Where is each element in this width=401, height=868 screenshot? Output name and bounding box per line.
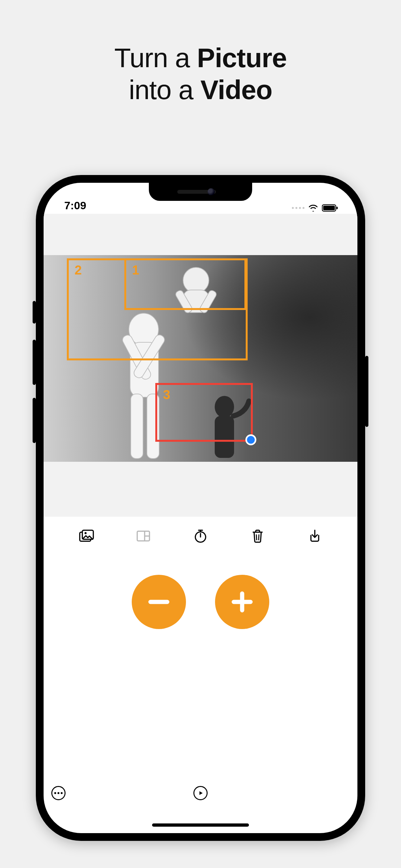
- side-button: [33, 398, 36, 443]
- headline-l1a: Turn a: [114, 42, 197, 73]
- side-button: [33, 340, 36, 385]
- timer-button[interactable]: [191, 526, 210, 546]
- phone-screen: 7:09: [43, 183, 358, 833]
- image-canvas[interactable]: 2 1 3: [43, 255, 358, 462]
- side-button: [365, 356, 368, 427]
- headline-l1b: Picture: [197, 42, 287, 73]
- status-right: [292, 204, 338, 212]
- home-indicator: [152, 824, 249, 827]
- svg-line-27: [256, 534, 257, 540]
- play-button[interactable]: [193, 786, 208, 800]
- export-icon: [307, 528, 322, 544]
- trash-icon: [250, 528, 266, 544]
- phone-frame: 7:09: [36, 175, 365, 841]
- export-button[interactable]: [305, 526, 325, 546]
- headline-l2a: into a: [129, 74, 201, 105]
- svg-line-28: [258, 534, 259, 540]
- canvas-footer-spacer: [43, 462, 358, 517]
- phone-notch: [149, 183, 252, 201]
- layout-icon: [135, 528, 151, 544]
- header-spacer: [43, 214, 358, 255]
- battery-icon: [322, 204, 338, 212]
- keyframe-label: 3: [163, 388, 170, 402]
- cell-signal-icon: [292, 207, 305, 209]
- svg-point-19: [85, 532, 87, 534]
- marketing-headline: Turn a Picture into a Video: [114, 42, 287, 106]
- plus-icon: [229, 589, 255, 615]
- svg-rect-7: [131, 394, 143, 459]
- keyframe-label: 1: [132, 263, 139, 277]
- layout-button[interactable]: [134, 526, 153, 546]
- toolbar: [43, 517, 358, 555]
- headline-l2b: Video: [201, 74, 272, 105]
- timer-icon: [193, 528, 208, 544]
- add-frame-button[interactable]: [215, 575, 269, 629]
- status-time: 7:09: [64, 199, 86, 212]
- svg-rect-1: [323, 206, 335, 210]
- resize-handle[interactable]: [245, 434, 256, 445]
- frame-count-controls: [43, 575, 358, 629]
- bottom-controls: [43, 781, 358, 800]
- svg-rect-2: [336, 207, 338, 209]
- wifi-icon: [308, 205, 318, 212]
- side-button: [33, 301, 36, 323]
- photo-library-icon: [79, 528, 94, 544]
- ellipsis-icon: [54, 792, 63, 794]
- play-icon: [197, 790, 204, 796]
- keyframe-label: 2: [74, 263, 82, 277]
- more-options-button[interactable]: [51, 786, 66, 800]
- remove-frame-button[interactable]: [132, 575, 186, 629]
- minus-icon: [146, 589, 172, 615]
- photo-library-button[interactable]: [76, 526, 96, 546]
- keyframe-1[interactable]: 1: [124, 258, 246, 310]
- keyframe-3[interactable]: 3: [155, 383, 253, 442]
- delete-button[interactable]: [248, 526, 267, 546]
